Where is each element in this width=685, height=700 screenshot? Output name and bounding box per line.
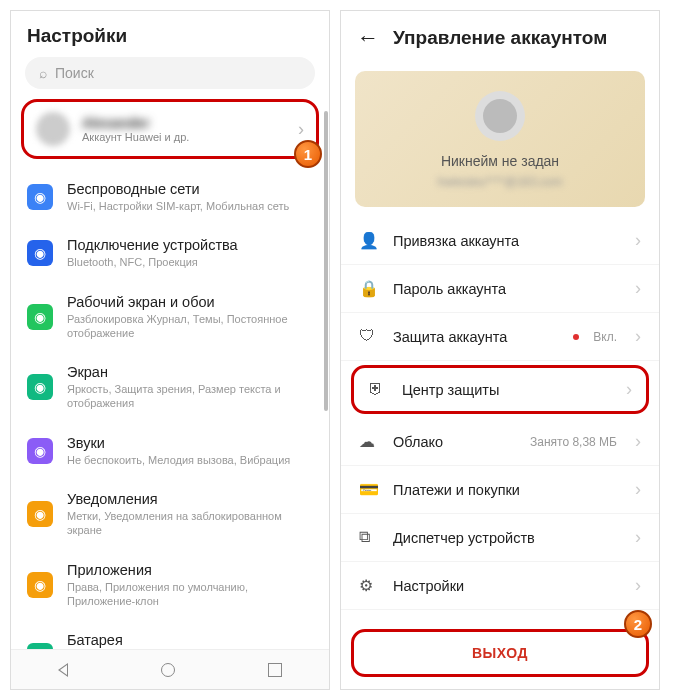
search-input[interactable]: ⌕ Поиск (25, 57, 315, 89)
row-icon: 🔒 (359, 279, 379, 299)
settings-row[interactable]: ◉ Рабочий экран и обои Разблокировка Жур… (11, 282, 329, 353)
row-sub: Bluetooth, NFC, Проекция (67, 255, 313, 269)
row-title: Уведомления (67, 491, 313, 507)
row-label: Настройки (393, 578, 621, 594)
row-label: Защита аккаунта (393, 329, 555, 345)
row-sub: Метки, Уведомления на заблокированном эк… (67, 509, 313, 538)
search-placeholder: Поиск (55, 65, 94, 81)
settings-row[interactable]: ◉ Подключение устройства Bluetooth, NFC,… (11, 225, 329, 281)
chevron-right-icon: › (635, 575, 641, 596)
account-name: Alexander (82, 115, 189, 131)
account-row[interactable]: Alexander Аккаунт Huawei и др. › 1 (21, 99, 319, 159)
settings-row[interactable]: ◉ Звуки Не беспокоить, Мелодия вызова, В… (11, 423, 329, 479)
chevron-right-icon: › (635, 527, 641, 548)
chevron-right-icon: › (635, 278, 641, 299)
email-label: hwtesteu****@163.com (355, 175, 645, 189)
device-icon: ◉ (27, 240, 53, 266)
row-sub: Разблокировка Журнал, Темы, Постоянное о… (67, 312, 313, 341)
row-title: Звуки (67, 435, 313, 451)
page-title: Настройки (11, 11, 329, 57)
nav-home-icon[interactable] (161, 663, 175, 677)
row-sub: Не беспокоить, Мелодия вызова, Вибрация (67, 453, 313, 467)
row-icon: 🛡 (359, 327, 379, 347)
settings-panel: Настройки ⌕ Поиск Alexander Аккаунт Huaw… (10, 10, 330, 690)
chevron-right-icon: › (635, 479, 641, 500)
alert-dot-icon (573, 334, 579, 340)
row-icon: ☁ (359, 432, 379, 452)
row-title: Батарея (67, 632, 313, 648)
row-title: Подключение устройства (67, 237, 313, 253)
row-sub: Права, Приложения по умолчанию, Приложен… (67, 580, 313, 609)
settings-row[interactable]: ◉ Уведомления Метки, Уведомления на забл… (11, 479, 329, 550)
row-label: Пароль аккаунта (393, 281, 621, 297)
page-title: Управление аккаунтом (393, 27, 607, 49)
account-card: Никнейм не задан hwtesteu****@163.com (355, 71, 645, 207)
chevron-right-icon: › (635, 326, 641, 347)
logout-label: ВЫХОД (472, 645, 528, 661)
screen-icon: ◉ (27, 374, 53, 400)
account-management-panel: ← Управление аккаунтом Никнейм не задан … (340, 10, 660, 690)
row-label: Привязка аккаунта (393, 233, 621, 249)
list-item[interactable]: ⧉ Диспетчер устройств › (341, 514, 659, 562)
nav-recent-icon[interactable] (268, 663, 282, 677)
row-label: Платежи и покупки (393, 482, 621, 498)
step-badge-2: 2 (624, 610, 652, 638)
row-label: Центр защиты (402, 382, 612, 398)
row-title: Экран (67, 364, 313, 380)
settings-row[interactable]: ◉ Беспроводные сети Wi-Fi, Настройки SIM… (11, 169, 329, 225)
row-title: Приложения (67, 562, 313, 578)
nav-back-icon[interactable] (58, 663, 68, 677)
list-item[interactable]: 👤 Привязка аккаунта › (341, 217, 659, 265)
list-item[interactable]: 💳 Платежи и покупки › (341, 466, 659, 514)
avatar (475, 91, 525, 141)
row-title: Беспроводные сети (67, 181, 313, 197)
row-title: Рабочий экран и обои (67, 294, 313, 310)
chevron-right-icon: › (626, 379, 632, 400)
bell-icon: ◉ (27, 501, 53, 527)
security-center-highlight: ⛨ Центр защиты › (351, 365, 649, 414)
row-icon: 👤 (359, 231, 379, 251)
apps-icon: ◉ (27, 572, 53, 598)
chevron-right-icon: › (298, 119, 304, 140)
settings-row[interactable]: ◉ Экран Яркость, Защита зрения, Размер т… (11, 352, 329, 423)
chevron-right-icon: › (635, 431, 641, 452)
list-item[interactable]: 🛡 Защита аккаунта Вкл. › (341, 313, 659, 361)
row-label: Диспетчер устройств (393, 530, 621, 546)
row-sub: Яркость, Защита зрения, Размер текста и … (67, 382, 313, 411)
row-icon: ⧉ (359, 528, 379, 548)
list-item[interactable]: ⛨ Центр защиты › (354, 368, 646, 411)
list-item[interactable]: ☁ Облако Занято 8,38 МБ › (341, 418, 659, 466)
list-item[interactable]: 🔒 Пароль аккаунта › (341, 265, 659, 313)
home-icon: ◉ (27, 304, 53, 330)
row-label: Облако (393, 434, 516, 450)
step-badge-1: 1 (294, 140, 322, 168)
wifi-icon: ◉ (27, 184, 53, 210)
search-icon: ⌕ (39, 65, 47, 81)
settings-row[interactable]: ◉ Приложения Права, Приложения по умолча… (11, 550, 329, 621)
nickname-label: Никнейм не задан (355, 153, 645, 169)
row-sub: Wi-Fi, Настройки SIM-карт, Мобильная сет… (67, 199, 313, 213)
nav-bar (11, 649, 329, 689)
avatar (36, 112, 70, 146)
row-value: Вкл. (593, 330, 617, 344)
scrollbar[interactable] (324, 111, 328, 411)
account-sub: Аккаунт Huawei и др. (82, 131, 189, 143)
row-icon: ⚙ (359, 576, 379, 596)
row-value: Занято 8,38 МБ (530, 435, 617, 449)
back-icon[interactable]: ← (357, 25, 379, 51)
list-item[interactable]: ⚙ Настройки › (341, 562, 659, 610)
row-icon: 💳 (359, 480, 379, 500)
sound-icon: ◉ (27, 438, 53, 464)
chevron-right-icon: › (635, 230, 641, 251)
row-icon: ⛨ (368, 380, 388, 400)
logout-button[interactable]: ВЫХОД 2 (351, 629, 649, 677)
